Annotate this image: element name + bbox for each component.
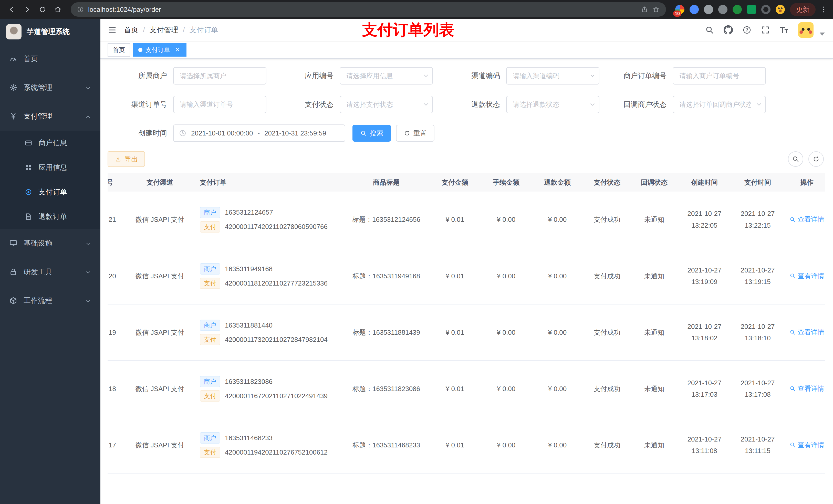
fullscreen-icon[interactable] [761, 25, 770, 34]
box-icon [9, 296, 18, 305]
breadcrumb-payment[interactable]: 支付管理 [149, 25, 178, 35]
app-id-select[interactable] [340, 67, 433, 85]
bookmark-star-icon[interactable] [652, 6, 660, 13]
sidebar-item-system[interactable]: 系统管理 [0, 73, 100, 102]
sidebar-item-dev-tools[interactable]: 研发工具 [0, 258, 100, 286]
extension-icon-green[interactable] [733, 5, 742, 14]
orders-table: 编号 支付渠道 支付订单 商品标题 支付金额 手续金额 退款金额 支付状态 回调… [108, 173, 825, 491]
github-icon[interactable] [723, 25, 733, 35]
tags-view-bar: 首页 支付订单 [100, 42, 833, 59]
table-row: 19 微信 JSAPI 支付 商户1635311881440 支付4200001… [108, 304, 825, 361]
help-icon[interactable] [742, 25, 752, 34]
channel-code-select[interactable] [506, 67, 599, 85]
tab-pay-orders[interactable]: 支付订单 [133, 43, 187, 56]
profile-emoji-icon[interactable] [776, 5, 785, 14]
gear-icon [9, 83, 18, 92]
table-toolbar: 导出 [108, 151, 825, 167]
extension-icon-green-square[interactable] [747, 5, 756, 14]
browser-home-icon[interactable] [51, 3, 65, 16]
address-bar[interactable]: localhost:1024/pay/order [71, 2, 666, 17]
sidebar-item-refund-orders[interactable]: 退款订单 [0, 205, 100, 229]
font-size-icon[interactable] [779, 25, 789, 35]
extension-badge: 10 [673, 10, 681, 17]
merchant-tag: 商户 [200, 263, 220, 274]
share-icon[interactable] [641, 6, 648, 13]
avatar[interactable] [798, 22, 813, 38]
chevron-up-icon [85, 112, 91, 120]
filter-date-row: 创建时间 2021-10-01 00:00:00 - 2021-10-31 23… [108, 124, 825, 142]
target-icon [25, 188, 32, 196]
browser-forward-icon[interactable] [21, 3, 34, 16]
lock-icon [9, 268, 18, 276]
merchant-tag: 商户 [200, 207, 220, 218]
table-row: 21 微信 JSAPI 支付 商户1635312124657 支付4200001… [108, 192, 825, 248]
tab-home[interactable]: 首页 [108, 43, 130, 56]
extension-icon-colorful[interactable]: 10 [675, 5, 685, 14]
sidebar-item-app-info[interactable]: 应用信息 [0, 155, 100, 180]
browser-toolbar: localhost:1024/pay/order 10 更新 [0, 0, 833, 19]
sidebar-item-pay-orders[interactable]: 支付订单 [0, 180, 100, 205]
export-button[interactable]: 导出 [108, 151, 145, 167]
pay-tag: 支付 [200, 278, 220, 289]
site-info-icon[interactable] [77, 6, 84, 13]
date-start: 2021-10-01 00:00:00 [191, 129, 253, 137]
pay-tag: 支付 [200, 447, 220, 458]
reset-button[interactable]: 重置 [396, 125, 434, 142]
extension-icon-ring[interactable] [761, 5, 770, 14]
browser-update-button[interactable]: 更新 [790, 3, 815, 16]
sidebar-toggle-icon[interactable] [108, 25, 117, 34]
table-row: 18 微信 JSAPI 支付 商户1635311823086 支付4200001… [108, 361, 825, 417]
breadcrumb: 首页 / 支付管理 / 支付订单 [124, 25, 218, 35]
extension-icon-gray[interactable] [704, 5, 713, 14]
view-detail-link[interactable]: 查看详情 [789, 328, 824, 337]
sidebar: 芋道管理系统 首页 系统管理 支付管理 商户信息 [0, 19, 100, 504]
table-row-partial: 商户1635311415786 [108, 473, 825, 491]
page-annotation: 支付订单列表 [362, 20, 454, 41]
grid-icon [25, 164, 32, 171]
merchant-tag: 商户 [200, 320, 220, 331]
sidebar-item-infrastructure[interactable]: 基础设施 [0, 229, 100, 258]
merchant-tag: 商户 [200, 432, 220, 443]
app-title: 芋道管理系统 [27, 27, 70, 37]
document-icon [25, 213, 32, 220]
merchant-order-no-input[interactable] [673, 67, 766, 85]
filter-form: 所属商户 应用编号 渠道编码 商户订单编号 [108, 67, 825, 113]
search-button[interactable]: 搜索 [353, 125, 391, 142]
yen-icon [9, 112, 18, 120]
view-detail-link[interactable]: 查看详情 [789, 271, 824, 281]
chevron-down-icon [85, 268, 91, 276]
avatar-caret-icon[interactable] [820, 32, 825, 35]
search-icon[interactable] [705, 25, 714, 34]
table-header-row: 编号 支付渠道 支付订单 商品标题 支付金额 手续金额 退款金额 支付状态 回调… [108, 173, 825, 192]
sidebar-item-home[interactable]: 首页 [0, 45, 100, 73]
extension-icon-gray2[interactable] [718, 5, 728, 14]
sidebar-item-payment[interactable]: 支付管理 [0, 102, 100, 130]
refund-status-select[interactable] [506, 96, 599, 113]
clock-icon [179, 129, 187, 137]
browser-menu-icon[interactable] [820, 5, 828, 14]
logo-avatar [6, 24, 22, 40]
sidebar-item-workflow[interactable]: 工作流程 [0, 286, 100, 315]
payment-submenu: 商户信息 应用信息 支付订单 退款订单 [0, 130, 100, 229]
extension-icon-blue[interactable] [690, 5, 699, 14]
screen: localhost:1024/pay/order 10 更新 芋道管理系统 [0, 0, 833, 504]
refresh-table-button[interactable] [808, 151, 824, 167]
view-detail-link[interactable]: 查看详情 [789, 440, 824, 450]
breadcrumb-home[interactable]: 首页 [124, 25, 138, 35]
chevron-down-icon [85, 83, 91, 92]
tab-close-icon[interactable] [174, 46, 181, 54]
pay-status-select[interactable] [340, 96, 433, 113]
channel-order-no-input[interactable] [173, 96, 266, 113]
notify-status-select[interactable] [673, 96, 766, 113]
sidebar-item-merchant-info[interactable]: 商户信息 [0, 130, 100, 155]
chevron-down-icon [85, 239, 91, 247]
browser-back-icon[interactable] [5, 3, 19, 16]
browser-reload-icon[interactable] [36, 3, 49, 16]
merchant-input[interactable] [173, 67, 266, 85]
create-time-range-picker[interactable]: 2021-10-01 00:00:00 - 2021-10-31 23:59:5… [173, 124, 345, 142]
toggle-search-button[interactable] [788, 151, 803, 167]
monitor-icon [9, 239, 18, 247]
view-detail-link[interactable]: 查看详情 [789, 215, 824, 224]
view-detail-link[interactable]: 查看详情 [789, 384, 824, 393]
url-text: localhost:1024/pay/order [88, 6, 161, 14]
